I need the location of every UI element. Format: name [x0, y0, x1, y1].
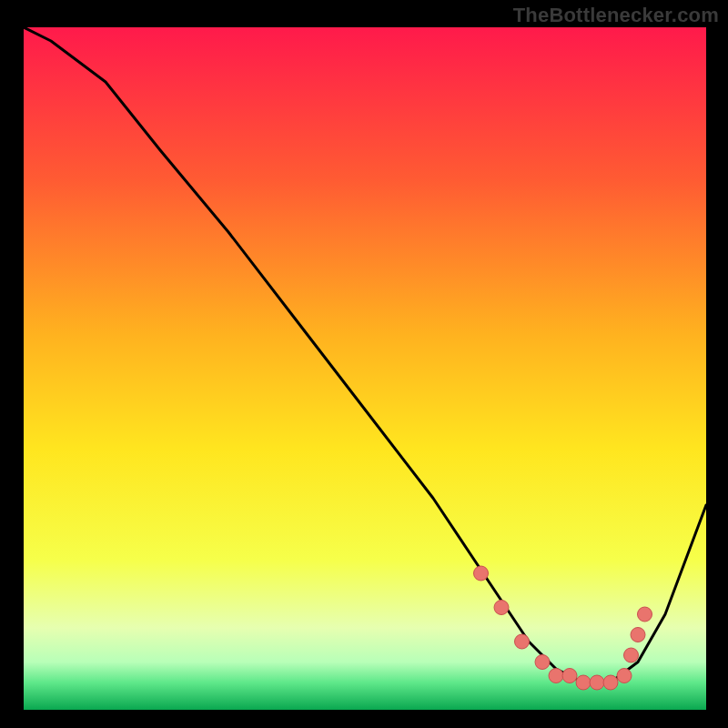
- highlight-dot: [631, 628, 645, 642]
- highlight-dot: [617, 669, 632, 683]
- chart-frame: TheBottlenecker.com: [0, 0, 728, 728]
- highlight-dot: [549, 669, 563, 683]
- highlight-dot: [474, 566, 489, 581]
- highlight-dot: [603, 675, 618, 690]
- highlight-dot: [624, 648, 639, 662]
- highlight-dot: [638, 607, 652, 622]
- attribution-label: TheBottlenecker.com: [513, 4, 719, 27]
- chart-svg: [24, 27, 706, 710]
- highlight-dot: [494, 601, 509, 615]
- highlight-dot: [590, 675, 604, 690]
- highlight-dot: [535, 655, 550, 670]
- highlight-dot: [515, 634, 530, 649]
- highlight-dot: [576, 675, 591, 690]
- gradient-background: [24, 27, 706, 710]
- highlight-dot: [562, 669, 577, 683]
- plot-area: [24, 27, 706, 710]
